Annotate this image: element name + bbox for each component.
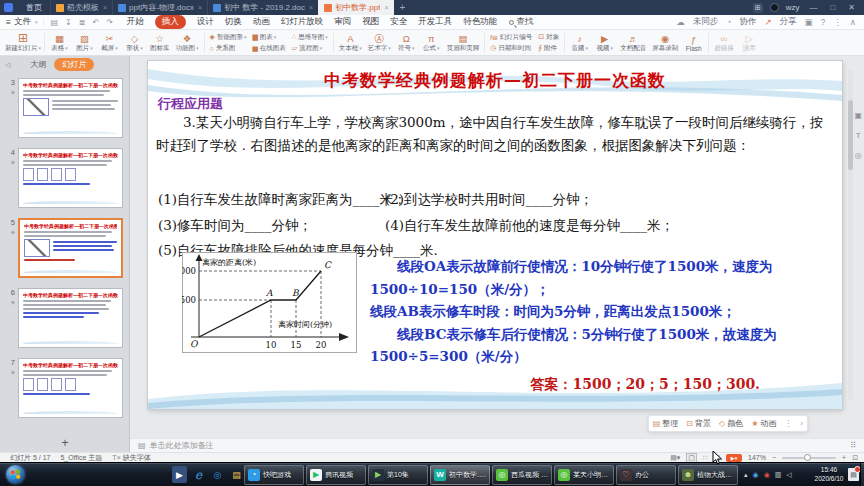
quickbar-expand-icon[interactable]: › (800, 419, 803, 428)
doc-tab-3[interactable]: 初中数学.ppt× (318, 0, 393, 15)
quickbar-2-button[interactable]: ◇颜色 (719, 418, 743, 429)
tab-close-icon[interactable]: × (384, 4, 388, 11)
taskbar-button-kuaiba-game-0[interactable]: ◔快吧游戏 (244, 465, 304, 485)
menu-插入[interactable]: 插入 (155, 15, 186, 29)
missing-font-warning[interactable]: 缺失字体 (123, 453, 151, 463)
menu-切换[interactable]: 切换 (225, 16, 242, 28)
menu-幻灯片放映[interactable]: 幻灯片放映 (281, 16, 324, 28)
collab-button[interactable]: 协作 (739, 16, 756, 28)
ribbon-audio-button[interactable]: ♪音频▾ (567, 30, 592, 55)
collapse-ribbon-icon[interactable]: ∧ (850, 17, 856, 27)
ribbon-mind-map-button[interactable]: ∴思维导图▾ (292, 32, 328, 43)
zoom-in-icon[interactable]: + (842, 454, 846, 461)
print-icon[interactable]: ≣ (79, 18, 86, 27)
notes-placeholder[interactable]: 单击此处添加备注 (150, 440, 214, 451)
undo-icon[interactable]: ↶ (92, 18, 99, 27)
normal-view-icon[interactable]: ▢ (686, 453, 697, 463)
taskbar-button-office-folder-6[interactable]: ♡办公 (616, 465, 676, 485)
ribbon-symbol-button[interactable]: Ω符号▾ (394, 30, 419, 55)
ribbon-voice-over-button[interactable]: ♬文档配音 (617, 30, 649, 55)
ribbon-shapes-button[interactable]: ◇形状▾ (122, 30, 147, 55)
quicklaunch-internet-explorer-icon[interactable]: e (191, 466, 206, 483)
ribbon-screen-record-button[interactable]: ◉屏幕录制 (649, 30, 681, 55)
zoom-out-icon[interactable]: − (772, 454, 776, 461)
tab-close-icon[interactable]: × (198, 4, 202, 11)
tray-app-badge-icon[interactable]: ▤ (848, 468, 859, 481)
menu-特色功能[interactable]: 特色功能 (463, 16, 497, 28)
doc-tab-0[interactable]: 稻壳模板× (50, 0, 112, 15)
open-icon[interactable]: ▤ (50, 18, 58, 27)
quickbar-more-icon[interactable]: ⋮ (784, 419, 792, 428)
quicklaunch-browser-360-icon[interactable]: ◎ (210, 466, 225, 483)
ribbon-present-button[interactable]: ▷演示 (737, 30, 762, 55)
start-button[interactable] (6, 465, 25, 484)
doc-tab-2[interactable]: 初中 数学 - 2019.2.doc× (207, 0, 318, 15)
play-slideshow-button[interactable]: ▶▾ (726, 454, 742, 462)
ribbon-video-button[interactable]: ▶视频▾ (592, 30, 617, 55)
sync-status[interactable]: 未同步 (693, 16, 719, 28)
slide-thumbnail-4[interactable]: 中考数学经典例题解析—初二下册一次函数 (18, 148, 123, 208)
tray-network-icon[interactable]: ▥ (775, 470, 782, 480)
slide-thumbnail-5[interactable]: 中考数学经典例题解析—初二下册一次函数 (18, 218, 123, 278)
new-tab-button[interactable]: + (400, 2, 406, 13)
ribbon-picture-button[interactable]: ▨图片▾ (72, 30, 97, 55)
selection-pane-icon[interactable]: ◎ (855, 151, 862, 160)
ribbon-chart-button[interactable]: ▆图表▾ (252, 32, 285, 43)
notes-bar[interactable]: ▤ 单击此处添加备注 ⠿ (130, 438, 864, 452)
ribbon-word-art-button[interactable]: Ⓐ艺术字▾ (365, 30, 394, 55)
menu-视图[interactable]: 视图 (362, 16, 379, 28)
ribbon-formula-button[interactable]: π公式▾ (419, 30, 444, 55)
properties-pane-icon[interactable]: ▣ (854, 111, 862, 120)
tab-close-icon[interactable]: × (103, 4, 107, 11)
tab-close-icon[interactable]: × (309, 4, 313, 11)
tab-slides[interactable]: 幻灯片 (54, 58, 94, 71)
tray-volume-icon[interactable]: ◁ (786, 470, 791, 480)
ribbon-slide-number-button[interactable]: №幻灯片编号 (490, 32, 532, 43)
slide-5[interactable]: 中考数学经典例题解析—初二下册一次函数 行程应用题 3.某天小明骑自行车上学，学… (148, 61, 842, 409)
tray-messenger-icon[interactable]: ◉ (753, 470, 759, 480)
ribbon-online-chart-button[interactable]: ▅在线图表 (252, 43, 285, 54)
ribbon-date-time-button[interactable]: ◷日期和时间 (490, 43, 532, 54)
more-icon[interactable]: ⋮ (833, 17, 842, 27)
search-command[interactable]: 查找 (509, 16, 533, 28)
slide-thumbnail-6[interactable]: 中考数学经典例题解析—初二下册一次函数 (18, 288, 123, 348)
ribbon-attachment-button[interactable]: ∮附件 (538, 43, 559, 54)
ribbon-hyperlink-button[interactable]: ∞超链接 (711, 30, 737, 55)
quicklaunch-folder-icon[interactable]: ▤ (229, 466, 244, 483)
file-menu[interactable]: ≡ 文件 ▾ (0, 16, 43, 28)
save-icon[interactable]: ↧ (65, 18, 72, 27)
apps-grid-icon[interactable]: ⊞ (753, 3, 763, 13)
theme-name[interactable]: 5_Office 主题 (60, 453, 102, 463)
close-button[interactable]: ✕ (845, 3, 858, 12)
tray-hidden-icons-icon[interactable]: ▴ (744, 470, 748, 480)
zoom-slider[interactable] (782, 457, 836, 459)
menu-设计[interactable]: 设计 (197, 16, 214, 28)
ribbon-table-button[interactable]: ▦表格▾ (47, 30, 72, 55)
ribbon-header-footer-button[interactable]: ▤页眉和页脚 (444, 30, 483, 55)
menu-动画[interactable]: 动画 (253, 16, 270, 28)
ribbon-flow-chart-button[interactable]: ▱流程图▾ (292, 43, 328, 54)
text-tool-icon[interactable]: T (856, 131, 861, 140)
minimize-button[interactable]: — (806, 3, 820, 12)
avatar[interactable] (770, 3, 779, 12)
quicklaunch-media-player-icon[interactable]: ▶ (172, 466, 187, 483)
menu-开始[interactable]: 开始 (127, 16, 144, 28)
redo-icon[interactable]: ↷ (106, 18, 113, 27)
home-tab[interactable]: 首页 (18, 0, 50, 15)
vertical-scrollbar[interactable] (848, 70, 853, 400)
slide-thumbnail-7[interactable]: 中考数学经典例题解析—初二下册一次函数 (18, 358, 123, 418)
slide-thumbnail-3[interactable]: 中考数学经典例题解析—初二下册一次函数 (18, 78, 123, 138)
show-desktop-button[interactable] (860, 463, 864, 486)
ribbon-screenshot-button[interactable]: ✂截屏▾ (97, 30, 122, 55)
tab-outline[interactable]: 大纲 (30, 59, 46, 70)
ribbon-function-chart-button[interactable]: ❖功能图▾ (173, 30, 202, 55)
ribbon-object-button[interactable]: ⊡对象 (538, 32, 559, 43)
fit-slide-icon[interactable]: ⊡ (852, 454, 858, 462)
notes-toggle-icon[interactable]: ▤▾ (670, 454, 680, 462)
tray-security-icon[interactable]: ◉ (764, 470, 770, 480)
ribbon-smart-graphic-button[interactable]: ◈智能图形▾ (210, 32, 247, 43)
ribbon-relation-chart-button[interactable]: ○关系图 (210, 43, 247, 54)
taskbar-button-browser-4[interactable]: ◎西瓜视频 - ... (492, 465, 552, 485)
taskbar-button-browser-5[interactable]: ◎某天小明骑... (554, 465, 614, 485)
screen-cast-icon[interactable]: ▣ (805, 17, 813, 27)
